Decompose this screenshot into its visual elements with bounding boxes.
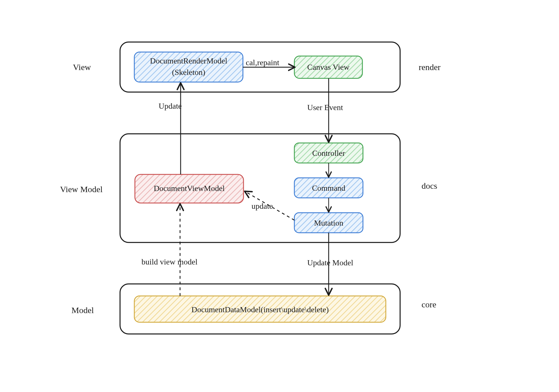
edge-build-view-model-label: build view model (141, 257, 197, 266)
edge-update-label: Update (159, 102, 182, 110)
layer-view-label: View (73, 62, 91, 72)
edge-cal-repaint-label: cal,repaint (246, 58, 280, 67)
module-core-label: core (422, 300, 436, 309)
node-command: Command (294, 178, 363, 198)
node-document-render-model: DocumentRenderModel (Skeleton) (134, 52, 243, 82)
layer-viewmodel-label: View Model (60, 184, 103, 194)
node-controller: Controller (294, 143, 363, 163)
edge-mutation-viewmodel-label: update (251, 202, 273, 210)
layer-viewmodel-group: View Model docs DocumentViewModel Contro… (60, 134, 437, 242)
svg-text:(Skeleton): (Skeleton) (172, 68, 205, 77)
node-canvas-view: Canvas View (294, 56, 362, 78)
svg-text:DocumentRenderModel: DocumentRenderModel (150, 56, 227, 65)
svg-text:Command: Command (312, 184, 346, 192)
module-render-label: render (419, 62, 441, 72)
svg-text:Mutation: Mutation (314, 218, 344, 227)
svg-text:Controller: Controller (312, 149, 345, 158)
layer-model-group: Model core DocumentDataModel(insert\upda… (71, 284, 436, 334)
layer-view-group: View render DocumentRenderModel (Skeleto… (73, 42, 441, 92)
node-document-view-model: DocumentViewModel (135, 174, 243, 203)
edge-user-event-label: User Event (307, 103, 343, 112)
module-docs-label: docs (422, 181, 437, 190)
node-mutation: Mutation (294, 213, 363, 233)
node-document-data-model: DocumentDataModel(insert\update\delete) (134, 296, 386, 322)
svg-text:DocumentDataModel(insert\updat: DocumentDataModel(insert\update\delete) (191, 305, 329, 314)
svg-text:DocumentViewModel: DocumentViewModel (154, 184, 225, 193)
edge-update-model-label: Update Model (307, 258, 353, 267)
layer-model-label: Model (71, 305, 94, 315)
svg-text:Canvas View: Canvas View (307, 63, 350, 71)
